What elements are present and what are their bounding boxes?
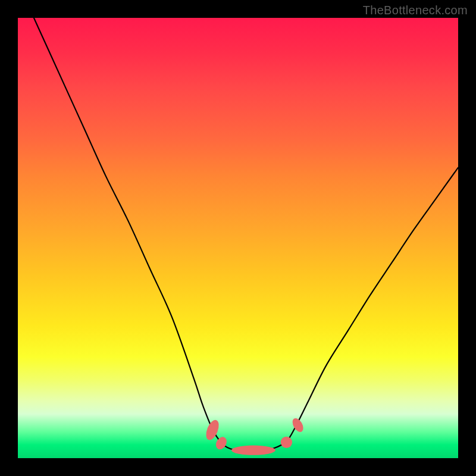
- chart-frame: TheBottleneck.com: [0, 0, 476, 476]
- left-upper-blob: [203, 418, 221, 442]
- curve-svg: [18, 18, 458, 458]
- bottleneck-curve: [18, 18, 458, 450]
- bottom-long-blob: [231, 446, 275, 455]
- right-near-blob: [281, 437, 292, 448]
- curve-markers: [203, 416, 305, 455]
- plot-area: [18, 18, 458, 458]
- right-upper-blob: [290, 416, 305, 434]
- watermark-text: TheBottleneck.com: [363, 4, 468, 17]
- left-mid-blob: [214, 435, 228, 451]
